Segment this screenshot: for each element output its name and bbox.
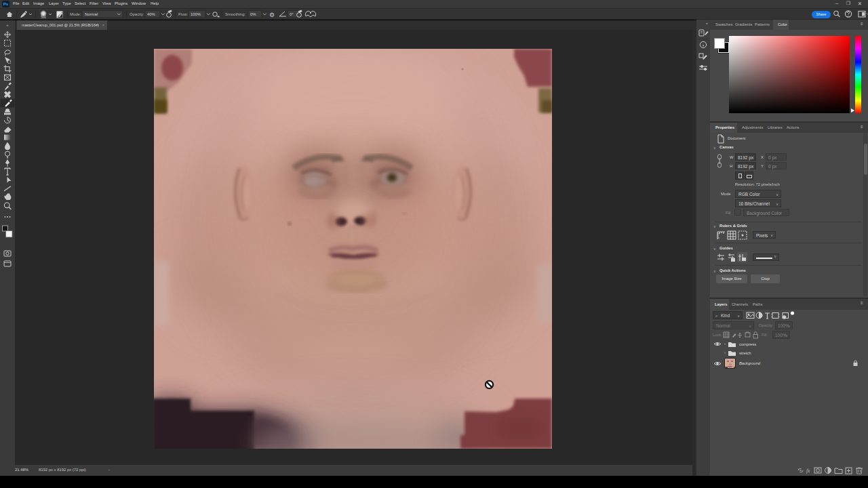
svg-text:Mode:: Mode: xyxy=(70,12,81,16)
svg-text:0°: 0° xyxy=(290,12,294,16)
svg-text:Flow:: Flow: xyxy=(178,12,188,16)
svg-text:⚙: ⚙ xyxy=(269,12,275,18)
svg-text:0%: 0% xyxy=(250,12,256,16)
svg-text:100%: 100% xyxy=(191,12,201,16)
svg-text:Normal: Normal xyxy=(85,12,98,16)
svg-text:500: 500 xyxy=(41,16,46,19)
svg-text:40%: 40% xyxy=(147,12,156,16)
svg-text:fx: fx xyxy=(806,468,810,474)
svg-text:Smoothing:: Smoothing: xyxy=(225,12,245,16)
svg-text:Opacity:: Opacity: xyxy=(130,12,144,16)
